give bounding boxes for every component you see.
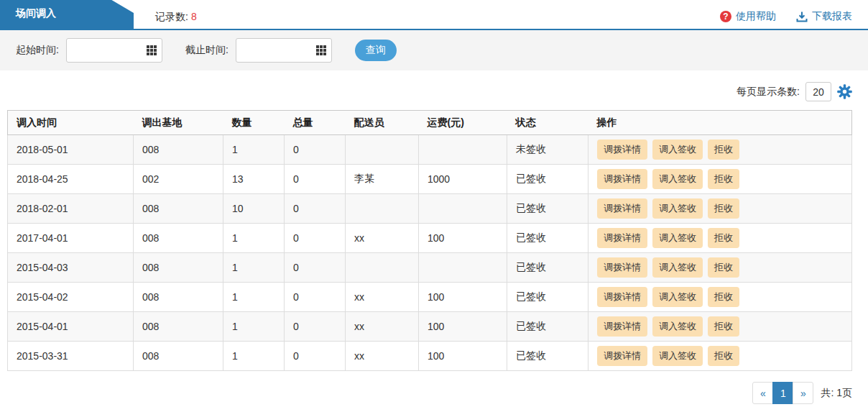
cell-courier (346, 253, 419, 283)
reject-button[interactable]: 拒收 (708, 316, 739, 337)
top-header: 场间调入 记录数:8 ? 使用帮助 下载报表 (0, 0, 868, 30)
cell-base: 008 (134, 224, 223, 253)
cell-qty: 1 (223, 253, 285, 283)
end-time-field-wrap (236, 38, 332, 63)
cell-total: 0 (285, 342, 346, 371)
cell-fee: 1000 (419, 165, 507, 194)
cell-courier: xx (346, 283, 419, 312)
cell-status: 已签收 (507, 312, 588, 342)
pagination-row: « 1 » 共: 1页 (0, 371, 868, 404)
download-icon (796, 11, 808, 22)
cell-courier (346, 194, 419, 224)
transfer-detail-button[interactable]: 调拨详情 (597, 169, 647, 189)
transfer-detail-button[interactable]: 调拨详情 (597, 257, 647, 278)
cell-actions: 调拨详情调入签收拒收 (588, 312, 852, 342)
reject-button[interactable]: 拒收 (708, 346, 739, 366)
column-header: 调入时间 (8, 111, 134, 135)
cell-qty: 1 (223, 283, 285, 312)
table-row: 2015-04-0100810xx100已签收调拨详情调入签收拒收 (8, 312, 852, 342)
help-question-icon: ? (720, 11, 731, 22)
cell-qty: 1 (223, 342, 285, 371)
transfer-detail-button[interactable]: 调拨详情 (597, 287, 647, 307)
cell-status: 已签收 (507, 224, 588, 253)
cell-base: 008 (134, 283, 223, 312)
cell-total: 0 (285, 165, 346, 194)
reject-button[interactable]: 拒收 (708, 140, 739, 160)
pager-prev-button[interactable]: « (752, 382, 773, 404)
column-header: 配送员 (346, 111, 419, 135)
table-row: 2018-05-0100810未签收调拨详情调入签收拒收 (8, 135, 852, 165)
start-time-label: 起始时间: (16, 44, 59, 57)
help-link[interactable]: ? 使用帮助 (720, 10, 776, 23)
transfer-detail-button[interactable]: 调拨详情 (597, 198, 647, 219)
pager-page-1-button[interactable]: 1 (772, 382, 793, 404)
page-size-label: 每页显示条数: (737, 86, 800, 99)
transfer-in-table: 调入时间调出基地数量总量配送员运费(元)状态操作 2018-05-0100810… (7, 110, 852, 371)
download-report-link[interactable]: 下载报表 (796, 10, 852, 23)
search-button[interactable]: 查询 (355, 40, 397, 61)
pager-next-button[interactable]: » (793, 382, 813, 404)
page-size-input[interactable] (805, 82, 831, 101)
cell-date: 2018-02-01 (8, 194, 134, 224)
page-size-row: 每页显示条数: (0, 70, 868, 110)
transfer-in-sign-button[interactable]: 调入签收 (652, 346, 703, 366)
cell-actions: 调拨详情调入签收拒收 (588, 253, 852, 283)
cell-total: 0 (285, 135, 346, 165)
cell-base: 008 (134, 312, 223, 342)
transfer-detail-button[interactable]: 调拨详情 (597, 346, 647, 366)
transfer-detail-button[interactable]: 调拨详情 (597, 316, 647, 337)
cell-qty: 1 (223, 312, 285, 342)
cell-qty: 13 (223, 165, 285, 194)
cell-date: 2015-04-01 (8, 312, 134, 342)
reject-button[interactable]: 拒收 (708, 169, 739, 189)
column-header: 运费(元) (419, 111, 507, 135)
cell-fee: 100 (419, 312, 507, 342)
record-count-value: 8 (191, 11, 197, 22)
cell-qty: 10 (223, 194, 285, 224)
cell-actions: 调拨详情调入签收拒收 (588, 342, 852, 371)
cell-fee (419, 135, 507, 165)
reject-button[interactable]: 拒收 (708, 228, 739, 248)
transfer-detail-button[interactable]: 调拨详情 (597, 140, 647, 160)
cell-status: 已签收 (507, 165, 588, 194)
transfer-in-sign-button[interactable]: 调入签收 (652, 140, 703, 160)
transfer-in-sign-button[interactable]: 调入签收 (652, 287, 703, 307)
cell-courier: xx (346, 312, 419, 342)
transfer-in-sign-button[interactable]: 调入签收 (652, 198, 703, 219)
table-row: 2018-02-01008100已签收调拨详情调入签收拒收 (8, 194, 852, 224)
transfer-in-sign-button[interactable]: 调入签收 (652, 228, 703, 248)
cell-actions: 调拨详情调入签收拒收 (588, 165, 852, 194)
end-time-label: 截止时间: (185, 44, 228, 57)
reject-button[interactable]: 拒收 (708, 257, 739, 278)
cell-actions: 调拨详情调入签收拒收 (588, 135, 852, 165)
cell-fee: 100 (419, 224, 507, 253)
reject-button[interactable]: 拒收 (708, 198, 739, 219)
start-date-picker-icon[interactable] (147, 45, 157, 55)
transfer-in-sign-button[interactable]: 调入签收 (652, 316, 703, 337)
cell-status: 已签收 (507, 253, 588, 283)
end-date-picker-icon[interactable] (316, 45, 326, 55)
cell-status: 未签收 (507, 135, 588, 165)
settings-gear-icon[interactable] (837, 84, 852, 99)
cell-status: 已签收 (507, 283, 588, 312)
start-time-field-wrap (66, 38, 162, 63)
table-header: 调入时间调出基地数量总量配送员运费(元)状态操作 (8, 111, 852, 135)
cell-total: 0 (285, 283, 346, 312)
transfer-in-sign-button[interactable]: 调入签收 (652, 257, 703, 278)
cell-courier: 李某 (346, 165, 419, 194)
transfer-in-sign-button[interactable]: 调入签收 (652, 169, 703, 189)
cell-courier: xx (346, 224, 419, 253)
cell-date: 2018-04-25 (8, 165, 134, 194)
transfer-detail-button[interactable]: 调拨详情 (597, 228, 647, 248)
record-count: 记录数:8 (155, 11, 197, 29)
cell-date: 2017-04-01 (8, 224, 134, 253)
cell-status: 已签收 (507, 342, 588, 371)
cell-courier (346, 135, 419, 165)
cell-base: 008 (134, 194, 223, 224)
reject-button[interactable]: 拒收 (708, 287, 739, 307)
tab-inter-farm-transfer-in[interactable]: 场间调入 (0, 0, 134, 29)
cell-fee (419, 253, 507, 283)
cell-total: 0 (285, 253, 346, 283)
table-row: 2018-04-25002130李某1000已签收调拨详情调入签收拒收 (8, 165, 852, 194)
cell-qty: 1 (223, 224, 285, 253)
